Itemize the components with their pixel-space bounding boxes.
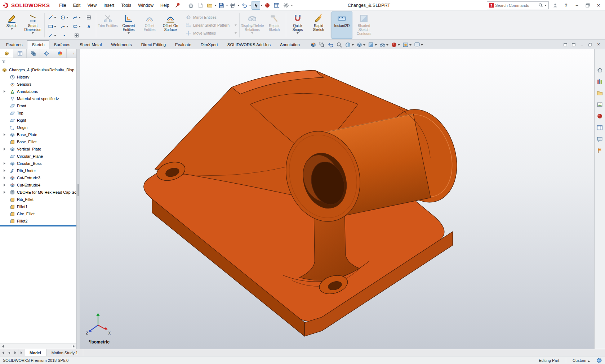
doc-minimize-button[interactable]: – (578, 41, 586, 48)
component-button[interactable] (263, 1, 272, 10)
tab-evaluate[interactable]: Evaluate (170, 40, 196, 49)
dimxpertmanager-tab[interactable] (40, 49, 53, 58)
pattern-grid-tool-button[interactable] (83, 13, 95, 22)
tree-item-cbore[interactable]: CBORE for M6 Hex Head Cap Scre (0, 189, 76, 196)
tab-scroll-last-button[interactable] (18, 349, 25, 356)
arc-tool-button[interactable] (58, 22, 70, 31)
minimize-button[interactable]: – (573, 1, 581, 9)
tab-direct-editing[interactable]: Direct Editing (137, 40, 170, 49)
pin-menu-button[interactable] (173, 1, 182, 10)
edit-appearance-button[interactable] (391, 42, 400, 48)
displaymanager-tab[interactable] (53, 49, 67, 58)
menu-view[interactable]: View (84, 1, 100, 10)
hide-show-items-dropdown[interactable] (386, 44, 388, 46)
expand-arrow-icon[interactable] (4, 184, 5, 187)
settings-dropdown[interactable] (291, 5, 293, 6)
spline-tool-dropdown[interactable] (79, 17, 81, 18)
convert-entities-dropdown[interactable] (128, 32, 130, 34)
menu-window[interactable]: Window (135, 1, 157, 10)
quick-snaps-button[interactable]: Quick Snaps (287, 12, 308, 39)
select-dropdown[interactable] (261, 5, 263, 6)
line-tool-button[interactable] (46, 13, 58, 22)
print-dropdown[interactable] (237, 5, 240, 6)
linear-sketch-pattern-button[interactable]: Linear Sketch Pattern (186, 22, 237, 28)
save-button[interactable] (217, 1, 226, 10)
scroll-left-button[interactable] (0, 344, 6, 349)
hide-show-items-button[interactable] (379, 42, 388, 48)
tab-sheet-metal[interactable]: Sheet Metal (75, 40, 106, 49)
expand-arrow-icon[interactable] (4, 169, 5, 172)
sketch-button[interactable]: Sketch (1, 12, 22, 39)
quick-snaps-dropdown[interactable] (297, 32, 299, 34)
tree-item-vertical-plate[interactable]: Vertical_Plate (0, 145, 76, 153)
tree-item-circular-plane[interactable]: Circular_Plane (0, 153, 76, 160)
sketch-dropdown[interactable] (11, 28, 13, 30)
tab-model[interactable]: Model (25, 349, 46, 356)
arc-tool-dropdown[interactable] (66, 26, 68, 27)
centerline-tool-dropdown[interactable] (54, 35, 56, 36)
file-explorer-button[interactable] (596, 89, 604, 97)
tree-item-cut-extrude4[interactable]: Cut-Extrude4 (0, 181, 76, 189)
display-delete-relations-button[interactable]: Display/Delete Relations (241, 12, 264, 39)
save-dropdown[interactable] (226, 5, 228, 6)
apply-scene-button[interactable] (402, 42, 412, 48)
trim-small-tool-button[interactable] (70, 31, 83, 40)
zoom-to-area-button[interactable] (319, 42, 325, 48)
rectangle-tool-button[interactable] (46, 22, 58, 31)
smart-dimension-dropdown[interactable] (32, 32, 34, 34)
tree-item-circular-boss[interactable]: Circular_Boss (0, 160, 76, 167)
move-entities-button[interactable]: Move Entities (186, 30, 237, 36)
tab-sketch[interactable]: Sketch (27, 40, 49, 49)
menu-file[interactable]: File (56, 1, 69, 10)
rollback-bar[interactable] (0, 225, 76, 226)
web-help-button[interactable] (596, 358, 602, 363)
tab-features[interactable]: Features (1, 40, 27, 49)
rapid-sketch-button[interactable]: Rapid Sketch (308, 12, 329, 39)
resources-home-button[interactable] (596, 66, 604, 74)
open-button[interactable] (205, 1, 214, 10)
tree-item-rib-fillet[interactable]: Rib_Fillet (0, 196, 76, 203)
panel-splitter[interactable] (77, 49, 80, 349)
shaded-sketch-contours-button[interactable]: Shaded Sketch Contours (352, 12, 375, 39)
menu-insert[interactable]: Insert (100, 1, 117, 10)
custom-properties-button[interactable] (596, 123, 604, 131)
select-button[interactable] (252, 1, 260, 10)
view-orientation-dropdown[interactable] (363, 44, 365, 46)
display-style-dropdown[interactable] (375, 44, 377, 46)
manager-tabs-overflow-button[interactable]: › (67, 49, 76, 58)
ellipse-tool-dropdown[interactable] (79, 26, 81, 27)
spline-tool-button[interactable] (70, 13, 83, 22)
tab-motion-study-1[interactable]: Motion Study 1 (46, 349, 83, 356)
zoom-to-fit-button[interactable] (310, 42, 316, 48)
trim-entities-button[interactable]: Trim Entities (97, 12, 118, 39)
featuremanager-tab[interactable] (0, 49, 13, 58)
move-entities-dropdown[interactable] (235, 32, 237, 34)
tree-item-rib-under[interactable]: Rib_Under (0, 167, 76, 174)
centerline-tool-button[interactable] (46, 31, 58, 40)
tree-item-fillet1[interactable]: Fillet1 (0, 203, 76, 210)
tab-solidworks-add-ins[interactable]: SOLIDWORKS Add-Ins (223, 40, 275, 49)
scroll-right-button[interactable] (71, 344, 76, 349)
tree-item-right-plane[interactable]: Right (0, 117, 76, 124)
menu-help[interactable]: Help (157, 1, 173, 10)
linear-sketch-pattern-dropdown[interactable] (235, 24, 237, 26)
offset-entities-button[interactable]: Offset Entities (139, 12, 160, 39)
configurationmanager-tab[interactable] (27, 49, 40, 58)
undo-dropdown[interactable] (249, 5, 251, 6)
tree-item-circ-fillet[interactable]: Circ_Fillet (0, 210, 76, 217)
search-dropdown[interactable] (544, 5, 547, 6)
display-style-button[interactable] (368, 42, 377, 48)
tree-item-root[interactable]: Changes_& (Default<<Default>_Disp (0, 66, 76, 73)
text-tool-button[interactable] (83, 22, 95, 31)
tab-dimxpert[interactable]: DimXpert (196, 40, 223, 49)
repair-sketch-button[interactable]: Repair Sketch (264, 12, 285, 39)
doc-window-right-button[interactable] (570, 41, 577, 48)
units-selector[interactable]: Custom (573, 358, 590, 363)
view-settings-button[interactable] (414, 42, 423, 48)
expand-arrow-icon[interactable] (4, 148, 5, 150)
help-button[interactable]: ? (562, 1, 570, 9)
tree-item-history[interactable]: History (0, 73, 76, 81)
expand-arrow-icon[interactable] (4, 162, 5, 165)
point-tool-button[interactable] (58, 31, 70, 40)
convert-entities-button[interactable]: Convert Entities (118, 12, 139, 39)
